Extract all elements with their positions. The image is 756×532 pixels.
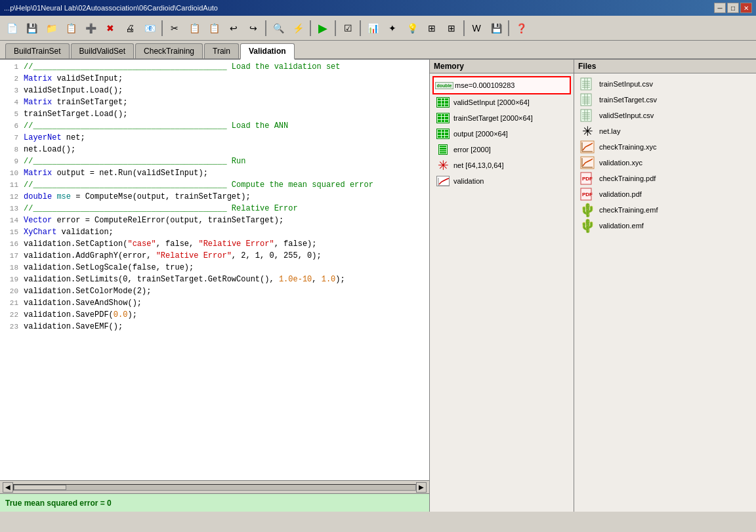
file-item-label: checkTraining.pdf (599, 174, 656, 182)
memory-item-validsetinput[interactable]: validSetInput [2000×64] (432, 94, 571, 110)
pdf-file-icon2: PDF (579, 188, 595, 201)
matrix-icon (435, 96, 451, 109)
help-button[interactable]: ❓ (512, 19, 530, 37)
code-line-14: 14 Vector error = ComputeRelError(output… (0, 216, 429, 228)
lightning-button[interactable]: ⚡ (289, 19, 307, 37)
file-item-validsetinput-csv[interactable]: validSetInput.csv (577, 108, 753, 123)
code-line-2: 2 Matrix validSetInput; (0, 74, 429, 86)
code-line-21: 21 validation.SaveAndShow(); (0, 298, 429, 310)
tab-checktraining[interactable]: CheckTraining (135, 43, 203, 58)
code-line-6: 6 //____________________________________… (0, 121, 429, 133)
title-buttons: ─ □ ✕ (714, 3, 752, 13)
redo-button[interactable]: ↪ (244, 19, 262, 37)
code-line-16: 16 validation.SetCaption("case", false, … (0, 239, 429, 251)
files-panel: Files trainSetInput.csv (574, 60, 756, 512)
scroll-left[interactable]: ◀ (3, 482, 13, 493)
cut-button[interactable]: ✂ (165, 19, 184, 37)
memory-item-trainsettarget[interactable]: trainSetTarget [2000×64] (432, 110, 571, 126)
word-button[interactable]: W (467, 19, 486, 37)
file-item-checktraining-emf[interactable]: 🌵 checkTraining.emf (577, 202, 753, 218)
grid2-button[interactable]: ⊞ (442, 19, 461, 37)
tab-buildtrainset[interactable]: BuildTrainSet (5, 43, 70, 58)
search-button[interactable]: 🔍 (269, 19, 287, 37)
scroll-right[interactable]: ▶ (416, 482, 427, 493)
memory-item-mse[interactable]: double mse=0.000109283 (432, 76, 571, 94)
star-button[interactable]: ✦ (383, 19, 402, 37)
new-button[interactable]: 📄 (3, 19, 21, 37)
xyc-file-icon (579, 140, 595, 153)
code-line-9: 9 //____________________________________… (0, 157, 429, 169)
pdf-file-icon: PDF (579, 172, 595, 185)
memory-panel: Memory double mse=0.000109283 valid (430, 60, 574, 512)
code-area[interactable]: 1 //____________________________________… (0, 60, 429, 480)
code-line-19: 19 validation.SetLimits(0, trainSetTarge… (0, 275, 429, 287)
matrix-icon2 (435, 112, 451, 125)
file-item-trainsetinput-csv[interactable]: trainSetInput.csv (577, 76, 753, 92)
svg-rect-9 (581, 94, 591, 106)
file-item-label: validation.xyc (599, 159, 642, 167)
tab-buildvalidset[interactable]: BuildValidSet (71, 43, 135, 58)
minimize-button[interactable]: ─ (714, 3, 726, 13)
file-item-label: net.lay (599, 127, 620, 135)
email-button[interactable]: 📧 (140, 19, 159, 37)
file-item-checktraining-pdf[interactable]: PDF checkTraining.pdf (577, 171, 753, 186)
undo-button[interactable]: ↩ (224, 19, 243, 37)
file-item-checktraining-xyc[interactable]: checkTraining.xyc (577, 139, 753, 155)
file-item-validation-pdf[interactable]: PDF validation.pdf (577, 186, 753, 202)
code-line-1: 1 //____________________________________… (0, 62, 429, 74)
status-text: True mean squared error = 0 (5, 499, 112, 508)
svg-rect-2 (581, 78, 591, 90)
file-item-label: validSetInput.csv (599, 112, 654, 119)
memory-item-net[interactable]: ✳ net [64,13,0,64] (432, 157, 571, 173)
run-button[interactable]: ▶ (314, 19, 332, 37)
matrix-icon3 (435, 127, 451, 140)
memory-item-label: mse=0.000109283 (455, 81, 514, 89)
sep3 (310, 20, 311, 36)
memory-item-output[interactable]: output [2000×64] (432, 126, 571, 142)
tab-train[interactable]: Train (204, 43, 239, 58)
emf-file-icon: 🌵 (579, 203, 595, 216)
open-button[interactable]: 📁 (42, 19, 60, 37)
code-line-5: 5 trainSetTarget.Load(); (0, 110, 429, 121)
scroll-thumb[interactable] (14, 485, 66, 490)
memory-item-label: validation (453, 177, 484, 185)
scroll-track[interactable] (13, 484, 416, 491)
csv-file-icon (579, 77, 595, 91)
file-item-validation-emf[interactable]: 🌵 validation.emf (577, 218, 753, 234)
copy-button[interactable]: 📋 (185, 19, 203, 37)
svg-rect-23 (581, 141, 594, 153)
code-line-18: 18 validation.SetLogScale(false, true); (0, 263, 429, 275)
memory-item-error[interactable]: error [2000] (432, 142, 571, 157)
file-item-label: validation.pdf (599, 190, 642, 198)
chart-button[interactable]: 📊 (364, 19, 382, 37)
tab-validation[interactable]: Validation (240, 43, 295, 60)
close-button[interactable]: ✕ (740, 3, 752, 13)
memory-list: double mse=0.000109283 validSetInput [20… (430, 73, 574, 512)
paste-button[interactable]: 📋 (205, 19, 223, 37)
grid1-button[interactable]: ⊞ (423, 19, 441, 37)
files-header: Files (574, 60, 756, 73)
file-item-validation-xyc[interactable]: validation.xyc (577, 155, 753, 171)
bulb-button[interactable]: 💡 (403, 19, 421, 37)
memory-item-label: error [2000] (453, 146, 491, 153)
memory-item-label: net [64,13,0,64] (453, 161, 503, 169)
code-line-4: 4 Matrix trainSetTarget; (0, 98, 429, 110)
sep5 (360, 20, 361, 36)
delete-button[interactable]: ✖ (101, 19, 119, 37)
print-button[interactable]: 🖨 (121, 19, 139, 37)
disk-button[interactable]: 💾 (487, 19, 505, 37)
code-scrollbar[interactable]: ◀ ▶ (0, 480, 429, 493)
code-line-17: 17 validation.AddGraphY(error, "Relative… (0, 251, 429, 263)
maximize-button[interactable]: □ (727, 3, 739, 13)
file-item-net-lay[interactable]: ✳ net.lay (577, 123, 753, 139)
check-button[interactable]: ☑ (339, 19, 357, 37)
add-button[interactable]: ➕ (81, 19, 100, 37)
file-item-label: trainSetTarget.csv (599, 96, 657, 104)
title-text: ...p\Help\01Neural Lab\02Autoassociation… (4, 4, 218, 12)
code-line-7: 7 LayerNet net; (0, 133, 429, 145)
save-button[interactable]: 💾 (22, 19, 41, 37)
memory-item-validation[interactable]: validation (432, 173, 571, 189)
double-icon: double (436, 79, 452, 92)
copy2-button[interactable]: 📋 (62, 19, 80, 37)
file-item-trainsettarget-csv[interactable]: trainSetTarget.csv (577, 92, 753, 108)
